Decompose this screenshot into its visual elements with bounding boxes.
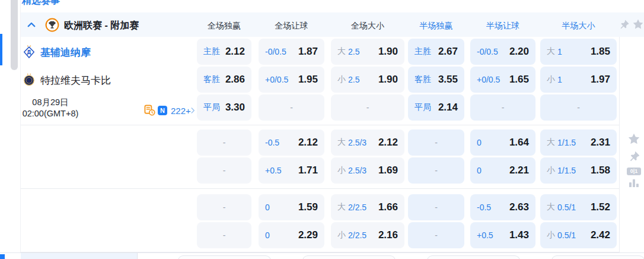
league-logo-icon <box>45 18 59 32</box>
odds-cell[interactable]: 大0.5/11.52 <box>540 194 617 220</box>
odds-cell[interactable]: 大2.51.90 <box>331 39 404 65</box>
odds-value: 1.71 <box>298 165 318 176</box>
odds-cell[interactable]: 01.59 <box>259 194 324 220</box>
svg-text:Д: Д <box>27 49 31 55</box>
odds-cell[interactable]: 客胜3.55 <box>408 67 464 93</box>
odds-line-label: -0/0.5 <box>477 47 498 56</box>
pin-league-icon[interactable] <box>619 19 630 30</box>
bottom-tab-pill[interactable] <box>427 255 520 259</box>
odds-cell[interactable]: 客胜2.86 <box>197 67 251 93</box>
pin-match-icon[interactable] <box>629 150 640 165</box>
stats-chart-icon[interactable] <box>628 178 640 190</box>
odds-cell-empty: - <box>470 94 535 121</box>
bottom-tab-pill[interactable] <box>302 255 396 259</box>
odds-cell-empty: - <box>197 130 251 156</box>
empty-dash: - <box>577 103 580 112</box>
more-markets-chevron-icon[interactable] <box>189 106 197 115</box>
odds-line-label: -0/0.5 <box>265 47 286 56</box>
ou-direction-label: 大 <box>547 137 555 148</box>
odds-value: 2.12 <box>378 137 398 149</box>
odds-cell-empty: - <box>408 194 464 220</box>
odds-cell[interactable]: 主胜2.12 <box>197 39 251 65</box>
odds-cell[interactable]: -0.52.12 <box>259 130 324 156</box>
empty-dash: - <box>290 103 293 112</box>
odds-cell[interactable]: 02.21 <box>470 157 535 184</box>
favorite-star-icon[interactable] <box>627 132 640 148</box>
odds-cell[interactable]: 大11.85 <box>540 39 617 65</box>
row-divider <box>21 188 619 189</box>
odds-cell[interactable]: 小11.97 <box>540 67 617 93</box>
bottom-panel-stub <box>21 253 137 259</box>
odds-value: 2.42 <box>591 229 610 241</box>
away-team-name[interactable]: 特拉维夫马卡比 <box>40 74 111 87</box>
odds-value: 1.58 <box>591 165 610 176</box>
ou-direction-label: 小 <box>547 230 555 241</box>
empty-dash: - <box>435 230 438 240</box>
odds-value: 2.86 <box>225 74 245 86</box>
empty-dash: - <box>366 103 369 112</box>
bottom-tab-pill[interactable] <box>551 255 644 259</box>
odds-cell[interactable]: 01.64 <box>470 130 535 156</box>
odds-value: 1.90 <box>378 74 398 86</box>
odds-cell[interactable]: +0/0.51.95 <box>259 67 324 93</box>
odds-line-label: 1 <box>557 47 562 56</box>
star-league-icon[interactable] <box>632 18 644 30</box>
odds-cell[interactable]: 平局2.14 <box>408 94 464 121</box>
odds-value: 2.14 <box>438 102 458 113</box>
odds-cell[interactable]: +0/0.51.65 <box>470 67 535 93</box>
odds-line-label: +0/0.5 <box>265 75 288 84</box>
odds-cell[interactable]: -0/0.51.87 <box>259 39 324 65</box>
column-header-ft-handicap: 全场让球 <box>259 21 324 31</box>
ou-direction-label: 大 <box>337 46 346 57</box>
odds-line-label: 主胜 <box>415 46 431 57</box>
odds-cell[interactable]: 平局3.30 <box>197 94 251 121</box>
odds-cell-empty: - <box>197 194 251 220</box>
ou-direction-label: 小 <box>337 230 346 241</box>
league-title[interactable]: 欧洲联赛 - 附加赛 <box>64 20 139 32</box>
odds-value: 1.65 <box>509 74 529 86</box>
odds-cell[interactable]: 小2.51.90 <box>331 67 404 93</box>
top-tab[interactable]: 精选赛事 <box>22 0 60 7</box>
odds-cell[interactable]: 02.29 <box>259 222 324 248</box>
odds-cell[interactable]: 大1/1.52.31 <box>540 130 617 156</box>
home-team-name[interactable]: 基辅迪纳摩 <box>40 46 91 59</box>
ou-direction-label: 大 <box>547 46 555 57</box>
odds-line-label: 0 <box>477 138 482 147</box>
ou-direction-label: 大 <box>337 202 346 213</box>
odds-value: 2.63 <box>509 201 529 213</box>
match-date: 08月29日 <box>18 97 83 108</box>
left-panel-divider <box>20 0 21 252</box>
empty-dash: - <box>502 103 505 112</box>
odds-value: 2.21 <box>509 165 529 176</box>
odds-value: 1.87 <box>298 46 318 58</box>
odds-value: 1.59 <box>298 201 318 213</box>
odds-value: 1.85 <box>591 46 610 58</box>
odds-cell[interactable]: 小2.5/31.69 <box>331 157 404 184</box>
match-datetime: 08月29日 02:00(GMT+8) <box>18 97 83 119</box>
odds-cell[interactable]: 小0.5/12.42 <box>540 222 617 248</box>
stats-icon <box>144 105 155 116</box>
odds-cell-empty: - <box>197 222 251 248</box>
empty-dash: - <box>223 138 226 147</box>
left-scrollbar-thumb[interactable] <box>11 0 18 70</box>
odds-cell[interactable]: +0.51.43 <box>470 222 535 248</box>
bottom-tab-pill[interactable] <box>178 255 271 259</box>
odds-page: 精选赛事 欧洲联赛 - 附加赛 全场独赢 全场让球 全场大小 半场独赢 半场让球… <box>0 0 644 259</box>
rail-divider <box>619 37 620 252</box>
odds-cell[interactable]: 大2/2.51.66 <box>331 194 404 220</box>
odds-line-label: 平局 <box>415 102 431 113</box>
collapse-chevron-icon[interactable] <box>26 20 37 30</box>
odds-cell-empty: - <box>540 94 617 121</box>
odds-line-label: 2.5 <box>348 47 359 56</box>
markets-count[interactable]: 222+ <box>171 106 191 116</box>
odds-cell[interactable]: -0/0.52.20 <box>470 39 535 65</box>
odds-cell[interactable]: 小2/2.52.16 <box>331 222 404 248</box>
odds-cell[interactable]: 小1/1.51.58 <box>540 157 617 184</box>
odds-cell[interactable]: 主胜2.67 <box>408 39 464 65</box>
odds-history-icon[interactable]: 0|1 <box>627 168 641 175</box>
odds-cell[interactable]: 大2.5/32.12 <box>331 130 404 156</box>
odds-line-label: 主胜 <box>203 46 220 57</box>
odds-cell[interactable]: +0.51.71 <box>259 157 324 184</box>
odds-value: 2.20 <box>509 46 529 58</box>
odds-cell[interactable]: -0.52.63 <box>470 194 535 220</box>
